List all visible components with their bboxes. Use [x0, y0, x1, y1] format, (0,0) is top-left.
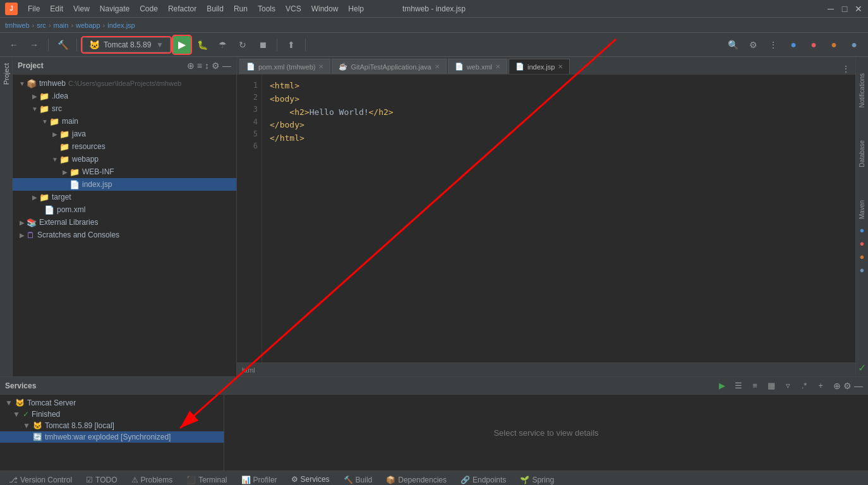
tree-item-java[interactable]: ▶ 📁 java [13, 128, 236, 140]
tab-gitapi[interactable]: ☕ GitApiTestApplication.java ✕ [332, 59, 446, 74]
breadcrumb-item-3[interactable]: webapp [76, 21, 100, 29]
services-add-button[interactable]: + [813, 378, 828, 393]
tree-arrow-webapp[interactable]: ▼ [51, 156, 59, 163]
services-tree-button[interactable]: ≡ [747, 378, 763, 393]
tab-web-xml[interactable]: 📄 web.xml ✕ [448, 59, 507, 74]
toolbar-build-button[interactable]: 🔨 [54, 36, 71, 54]
tree-arrow-webinf[interactable]: ▶ [61, 169, 69, 176]
maximize-button[interactable]: □ [840, 4, 849, 13]
toolbar-back-button[interactable]: ← [5, 36, 23, 54]
tree-item-idea[interactable]: ▶ 📁 .idea [13, 90, 236, 102]
services-regex-button[interactable]: .* [797, 378, 812, 393]
service-item-war-exploded[interactable]: 🔄 tmhweb:war exploded [Synchronized] [0, 431, 224, 443]
tree-arrow-tmhweb[interactable]: ▼ [18, 80, 27, 87]
service-item-tomcat-server[interactable]: ▼ 🐱 Tomcat Server [0, 397, 224, 409]
toolbar-menu-button[interactable]: ⋮ [764, 36, 782, 54]
code-content[interactable]: <html> <body> <h2>Hello World!</h2> </bo… [262, 75, 855, 362]
tree-item-target[interactable]: ▶ 📁 target [13, 191, 236, 203]
tab-build[interactable]: 🔨 Build [337, 472, 379, 486]
project-tab[interactable]: Project [1, 59, 11, 88]
notification-icon-4[interactable]: ● [845, 36, 863, 54]
notification-icon-2[interactable]: ● [805, 36, 823, 54]
menu-file[interactable]: File [23, 3, 45, 15]
tree-item-scratches[interactable]: ▶ 🗒 Scratches and Consoles [13, 229, 236, 241]
services-list-button[interactable]: ☰ [731, 378, 746, 393]
search-button[interactable]: 🔍 [724, 36, 742, 54]
tab-web-xml-close[interactable]: ✕ [495, 63, 500, 70]
tab-gitapi-close[interactable]: ✕ [435, 63, 440, 70]
tab-terminal[interactable]: ⬛ Terminal [180, 472, 233, 486]
project-panel-settings[interactable]: ⚙ [212, 61, 220, 71]
breadcrumb-item-2[interactable]: main [54, 21, 69, 29]
services-close-icon[interactable]: — [854, 381, 863, 391]
toolbar-update-button[interactable]: ↻ [234, 36, 251, 54]
tab-index-jsp[interactable]: 📄 index.jsp ✕ [509, 59, 570, 74]
tab-version-control[interactable]: ⎇ Version Control [3, 472, 78, 486]
tab-problems[interactable]: ⚠ Problems [125, 472, 179, 486]
code-editor[interactable]: 1 2 3 4 5 6 <html> <body> <h2>Hello Worl… [237, 75, 855, 362]
browser-icon-3[interactable]: ● [860, 252, 865, 261]
menu-vcs[interactable]: VCS [280, 3, 306, 15]
tree-item-main[interactable]: ▼ 📁 main [13, 115, 236, 128]
services-group-button[interactable]: ▦ [764, 378, 779, 393]
services-filter-button[interactable]: ▿ [780, 378, 795, 393]
tree-item-webapp[interactable]: ▼ 📁 webapp [13, 153, 236, 165]
notification-icon-3[interactable]: ● [825, 36, 843, 54]
tree-arrow-target[interactable]: ▶ [30, 194, 39, 201]
toolbar-forward-button[interactable]: → [25, 36, 43, 54]
breadcrumb-item-4[interactable]: index.jsp [107, 21, 135, 29]
menu-tools[interactable]: Tools [253, 3, 280, 15]
menu-run[interactable]: Run [229, 3, 253, 15]
menu-code[interactable]: Code [135, 3, 163, 15]
browser-icon-1[interactable]: ● [860, 225, 865, 235]
stop-button[interactable]: ⏹ [254, 36, 272, 54]
tree-arrow-src[interactable]: ▼ [30, 105, 39, 112]
menu-view[interactable]: View [68, 3, 95, 15]
tree-item-tmhweb[interactable]: ▼ 📦 tmhweb C:\Users\gsuer\IdeaProjects\t… [13, 77, 236, 90]
menu-window[interactable]: Window [306, 3, 344, 15]
tree-arrow-main[interactable]: ▼ [40, 118, 49, 125]
tab-todo[interactable]: ☑ TODO [80, 472, 123, 486]
tab-pom-xml[interactable]: 📄 pom.xml (tmhweb) ✕ [239, 59, 330, 74]
project-panel-icon-1[interactable]: ⊕ [187, 61, 195, 71]
browser-icon-2[interactable]: ● [860, 239, 865, 248]
menu-refactor[interactable]: Refactor [163, 3, 202, 15]
project-panel-icon-2[interactable]: ≡ [197, 61, 202, 71]
settings-button[interactable]: ⚙ [744, 36, 762, 54]
debug-button[interactable]: 🐛 [193, 36, 211, 54]
tree-item-src[interactable]: ▼ 📁 src [13, 102, 236, 115]
editor-options-icon[interactable]: ⋮ [841, 64, 850, 74]
services-settings-icon[interactable]: ⊕ [833, 381, 841, 391]
run-config-selector[interactable]: 🐱 Tomcat 8.5.89 ▼ [82, 37, 171, 52]
project-panel-icon-3[interactable]: ↕ [205, 61, 209, 71]
tree-arrow-java[interactable]: ▶ [51, 131, 59, 138]
tab-pom-xml-close[interactable]: ✕ [318, 63, 323, 70]
notifications-panel-tab[interactable]: Notifications [857, 69, 867, 111]
tree-item-index-jsp[interactable]: 📄 index.jsp [13, 178, 236, 191]
tree-item-webinf[interactable]: ▶ 📁 WEB-INF [13, 165, 236, 178]
breadcrumb-item-0[interactable]: tmhweb [5, 21, 30, 29]
minimize-button[interactable]: ─ [826, 4, 835, 13]
service-item-finished[interactable]: ▼ ✓ Finished [0, 409, 224, 420]
service-item-tomcat-local[interactable]: ▼ 🐱 Tomcat 8.5.89 [local] [0, 420, 224, 431]
tree-arrow-idea[interactable]: ▶ [30, 93, 39, 100]
notification-browser-icon[interactable]: ● [785, 36, 802, 54]
tree-arrow-scratches[interactable]: ▶ [18, 232, 27, 239]
menu-navigate[interactable]: Navigate [95, 3, 135, 15]
tab-endpoints[interactable]: 🔗 Endpoints [454, 472, 512, 486]
tab-spring[interactable]: 🌱 Spring [514, 472, 560, 486]
close-button[interactable]: ✕ [854, 4, 863, 13]
database-panel-tab[interactable]: Database [857, 136, 867, 171]
tree-arrow-ext-libs[interactable]: ▶ [18, 219, 27, 226]
tab-index-close[interactable]: ✕ [558, 63, 563, 70]
tab-dependencies[interactable]: 📦 Dependencies [380, 472, 453, 486]
run-button[interactable]: ▶ [173, 36, 191, 54]
menu-build[interactable]: Build [202, 3, 229, 15]
coverage-button[interactable]: ☂ [214, 36, 231, 54]
tree-item-pomxml[interactable]: 📄 pom.xml [13, 203, 236, 216]
tree-item-resources[interactable]: 📁 resources [13, 140, 236, 153]
tab-profiler[interactable]: 📊 Profiler [235, 472, 284, 486]
project-panel-minimize[interactable]: — [222, 61, 231, 71]
breadcrumb-item-1[interactable]: src [37, 21, 46, 29]
maven-panel-tab[interactable]: Maven [857, 196, 867, 223]
